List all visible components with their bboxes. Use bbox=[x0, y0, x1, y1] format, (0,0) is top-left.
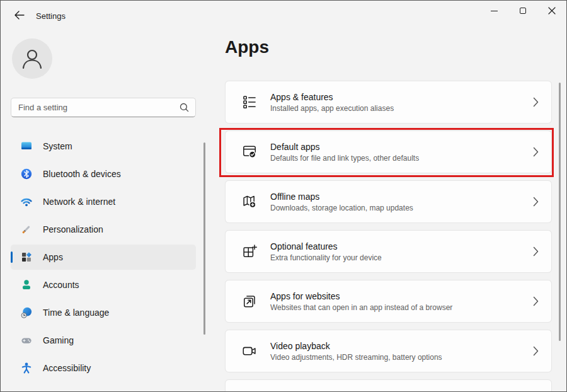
close-button[interactable] bbox=[537, 1, 566, 21]
sidebar-item-time-language[interactable]: Time & language bbox=[11, 300, 196, 325]
sidebar-item-system[interactable]: System bbox=[11, 134, 196, 159]
card-apps-features[interactable]: Apps & features Installed apps, app exec… bbox=[225, 81, 552, 124]
chevron-right-icon bbox=[533, 346, 539, 356]
sidebar-item-bluetooth-devices[interactable]: Bluetooth & devices bbox=[11, 161, 196, 187]
sidebar-item-label: Accounts bbox=[43, 280, 79, 290]
maximize-icon bbox=[520, 8, 526, 14]
card-title: Video playback bbox=[270, 341, 442, 351]
sidebar-item-label: Gaming bbox=[43, 335, 74, 345]
chevron-right-icon bbox=[533, 296, 539, 306]
card-subtitle: Defaults for file and link types, other … bbox=[270, 154, 419, 163]
card-apps-for-websites[interactable]: Apps for websites Websites that can open… bbox=[225, 280, 552, 323]
chevron-right-icon bbox=[533, 147, 539, 157]
sidebar-item-label: Accessibility bbox=[43, 363, 91, 373]
card-title: Apps for websites bbox=[270, 291, 452, 301]
network-icon bbox=[20, 195, 33, 208]
bluetooth-icon bbox=[20, 168, 33, 180]
apps-websites-icon bbox=[241, 293, 258, 310]
personalization-icon bbox=[20, 223, 33, 236]
offline-maps-icon bbox=[241, 193, 258, 210]
search-icon[interactable] bbox=[180, 103, 189, 112]
card-partial-bottom[interactable] bbox=[225, 379, 552, 392]
chevron-right-icon bbox=[533, 197, 539, 207]
settings-window: Settings bbox=[0, 0, 567, 392]
sidebar-nav: System Bluetooth & devices Networ bbox=[11, 134, 196, 383]
sidebar-scrollbar[interactable] bbox=[203, 142, 205, 335]
search-input[interactable] bbox=[11, 103, 180, 112]
gaming-icon bbox=[20, 334, 33, 347]
window-title: Settings bbox=[36, 11, 66, 21]
time-language-icon bbox=[20, 306, 33, 319]
sidebar-item-accessibility[interactable]: Accessibility bbox=[11, 355, 196, 381]
card-subtitle: Extra functionality for your device bbox=[270, 253, 382, 262]
video-playback-icon bbox=[241, 343, 258, 360]
card-title: Apps & features bbox=[270, 92, 394, 102]
card-optional-features[interactable]: Optional features Extra functionality fo… bbox=[225, 230, 552, 273]
card-subtitle: Websites that can open in an app instead… bbox=[270, 303, 452, 312]
card-title: Default apps bbox=[270, 142, 419, 152]
card-subtitle: Installed apps, app execution aliases bbox=[270, 104, 394, 113]
selection-indicator bbox=[11, 251, 13, 263]
card-title: Offline maps bbox=[270, 192, 413, 202]
minimize-icon bbox=[491, 11, 498, 11]
apps-features-icon bbox=[241, 94, 258, 111]
window-controls bbox=[479, 1, 566, 21]
accounts-icon bbox=[20, 279, 33, 291]
chevron-right-icon bbox=[533, 97, 539, 107]
sidebar-item-apps[interactable]: Apps bbox=[11, 245, 196, 270]
system-icon bbox=[20, 140, 33, 153]
sidebar-item-accounts[interactable]: Accounts bbox=[11, 272, 196, 297]
minimize-button[interactable] bbox=[479, 1, 508, 21]
default-apps-icon bbox=[241, 144, 258, 161]
card-subtitle: Downloads, storage location, map updates bbox=[270, 204, 413, 212]
card-offline-maps[interactable]: Offline maps Downloads, storage location… bbox=[225, 180, 552, 223]
main-scrollbar[interactable] bbox=[559, 83, 561, 341]
back-button[interactable] bbox=[9, 7, 28, 23]
sidebar-item-gaming[interactable]: Gaming bbox=[11, 328, 196, 353]
sidebar-item-label: Personalization bbox=[43, 224, 103, 234]
chevron-right-icon bbox=[533, 246, 539, 257]
avatar bbox=[12, 38, 52, 79]
accessibility-icon bbox=[20, 362, 33, 374]
sidebar-item-label: System bbox=[43, 141, 72, 151]
card-default-apps[interactable]: Default apps Defaults for file and link … bbox=[225, 130, 552, 173]
search-box bbox=[11, 98, 196, 117]
card-title: Optional features bbox=[270, 241, 382, 251]
sidebar-item-network-internet[interactable]: Network & internet bbox=[11, 189, 196, 214]
close-icon bbox=[548, 7, 556, 14]
optional-features-icon bbox=[241, 243, 258, 260]
person-icon bbox=[12, 38, 52, 79]
apps-icon bbox=[20, 251, 33, 263]
maximize-button[interactable] bbox=[508, 1, 537, 21]
sidebar-item-label: Apps bbox=[43, 252, 63, 262]
page-title: Apps bbox=[225, 37, 269, 57]
card-video-playback[interactable]: Video playback Video adjustments, HDR st… bbox=[225, 330, 552, 372]
back-arrow-icon bbox=[14, 11, 25, 20]
sidebar-item-label: Bluetooth & devices bbox=[43, 169, 121, 179]
sidebar-item-label: Network & internet bbox=[43, 197, 115, 207]
sidebar-item-personalization[interactable]: Personalization bbox=[11, 217, 196, 242]
sidebar-item-label: Time & language bbox=[43, 308, 109, 318]
settings-card-list: Apps & features Installed apps, app exec… bbox=[225, 81, 552, 392]
card-subtitle: Video adjustments, HDR streaming, batter… bbox=[270, 353, 442, 362]
